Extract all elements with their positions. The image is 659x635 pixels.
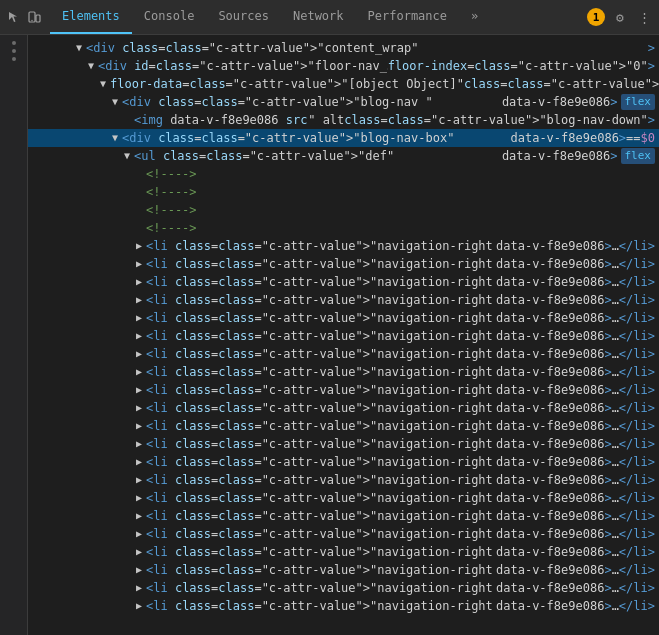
tree-line[interactable]: ▶<li class=class="c-attr-value">"navigat… — [28, 273, 659, 291]
tree-line[interactable]: ▼<div class=class="c-attr-value">"blog-n… — [28, 129, 659, 147]
indent-space — [76, 310, 88, 326]
html-panel[interactable]: ▼<div class=class="c-attr-value">"conten… — [28, 35, 659, 635]
tree-line[interactable]: ▶<li class=class="c-attr-value">"navigat… — [28, 507, 659, 525]
expand-triangle[interactable]: ▶ — [136, 418, 146, 434]
indent-space — [64, 112, 76, 128]
tab-elements[interactable]: Elements — [50, 0, 132, 34]
tree-line[interactable]: ▶<li class=class="c-attr-value">"navigat… — [28, 291, 659, 309]
expand-triangle[interactable]: ▼ — [124, 148, 134, 164]
expand-triangle[interactable]: ▶ — [136, 544, 146, 560]
tab-console[interactable]: Console — [132, 0, 207, 34]
tree-line[interactable]: ▼<div class=class="c-attr-value">"conten… — [28, 39, 659, 57]
gutter-dot — [12, 49, 16, 53]
tree-line[interactable]: ▶<li class=class="c-attr-value">"navigat… — [28, 363, 659, 381]
tree-line[interactable]: <!----> — [28, 165, 659, 183]
indent-space — [100, 418, 112, 434]
tree-line[interactable]: ▶<li class=class="c-attr-value">"navigat… — [28, 525, 659, 543]
tree-line[interactable]: <!----> — [28, 201, 659, 219]
expand-triangle[interactable]: ▶ — [136, 454, 146, 470]
indent-space — [100, 382, 112, 398]
indent-space — [40, 94, 52, 110]
indent-space — [88, 148, 100, 164]
tab-sources[interactable]: Sources — [206, 0, 281, 34]
expand-triangle[interactable]: ▶ — [136, 328, 146, 344]
indent-space — [64, 202, 76, 218]
tree-line[interactable]: ▶<li class=class="c-attr-value">"navigat… — [28, 345, 659, 363]
expand-triangle[interactable]: ▶ — [136, 256, 146, 272]
tree-line[interactable]: ▶<li class=class="c-attr-value">"navigat… — [28, 579, 659, 597]
indent-space — [28, 544, 40, 560]
expand-triangle[interactable]: ▶ — [136, 508, 146, 524]
expand-triangle[interactable]: ▶ — [136, 562, 146, 578]
expand-triangle[interactable]: ▶ — [136, 490, 146, 506]
expand-triangle[interactable]: ▶ — [136, 364, 146, 380]
indent-space — [88, 580, 100, 596]
indent-space — [124, 508, 136, 524]
indent-space — [64, 418, 76, 434]
indent-space — [40, 40, 52, 56]
indent-space — [76, 436, 88, 452]
expand-triangle[interactable]: ▶ — [136, 526, 146, 542]
tree-line[interactable]: ▶<li class=class="c-attr-value">"navigat… — [28, 435, 659, 453]
expand-triangle[interactable]: ▶ — [136, 310, 146, 326]
tree-line[interactable]: ▼<ul class=class="c-attr-value">"def" da… — [28, 147, 659, 165]
expand-triangle[interactable]: ▼ — [112, 130, 122, 146]
indent-space — [64, 526, 76, 542]
tree-line[interactable]: ▶<li class=class="c-attr-value">"navigat… — [28, 597, 659, 615]
tree-line[interactable]: <img data-v-f8e9e086 src=class="c-attr-v… — [28, 111, 659, 129]
indent-space — [76, 148, 88, 164]
tree-line[interactable]: ▶<li class=class="c-attr-value">"navigat… — [28, 255, 659, 273]
indent-space — [40, 382, 52, 398]
tree-line[interactable]: ▶<li class=class="c-attr-value">"navigat… — [28, 453, 659, 471]
tree-line[interactable]: ▶<li class=class="c-attr-value">"navigat… — [28, 237, 659, 255]
tree-line[interactable]: ▶<li class=class="c-attr-value">"navigat… — [28, 417, 659, 435]
indent-space — [52, 166, 64, 182]
tab-more[interactable]: » — [459, 0, 490, 34]
device-icon[interactable] — [26, 9, 42, 25]
expand-triangle[interactable]: ▼ — [112, 94, 122, 110]
expand-triangle[interactable]: ▶ — [136, 292, 146, 308]
indent-space — [64, 130, 76, 146]
indent-space — [124, 382, 136, 398]
expand-triangle[interactable]: ▶ — [136, 382, 146, 398]
tree-line[interactable]: ▼<div comp-data=class="c-attr-value">"[o… — [28, 75, 659, 93]
tree-line[interactable]: ▶<li class=class="c-attr-value">"navigat… — [28, 543, 659, 561]
indent-space — [52, 418, 64, 434]
indent-space — [124, 166, 136, 182]
tab-performance[interactable]: Performance — [356, 0, 459, 34]
expand-triangle[interactable]: ▶ — [136, 346, 146, 362]
expand-triangle[interactable]: ▶ — [136, 436, 146, 452]
indent-space — [88, 544, 100, 560]
line-content: <li class=class="c-attr-value">"navigati… — [146, 256, 496, 272]
tree-line[interactable]: ▶<li class=class="c-attr-value">"navigat… — [28, 327, 659, 345]
tree-line[interactable]: ▶<li class=class="c-attr-value">"navigat… — [28, 381, 659, 399]
tree-line[interactable]: <!----> — [28, 219, 659, 237]
tree-line[interactable]: ▶<li class=class="c-attr-value">"navigat… — [28, 561, 659, 579]
expand-triangle[interactable]: ▶ — [136, 238, 146, 254]
tree-line[interactable]: ▶<li class=class="c-attr-value">"navigat… — [28, 471, 659, 489]
cursor-icon[interactable] — [6, 9, 22, 25]
expand-triangle[interactable]: ▶ — [136, 274, 146, 290]
main-content: ▼<div class=class="c-attr-value">"conten… — [0, 35, 659, 635]
expand-triangle[interactable]: ▶ — [136, 472, 146, 488]
tree-line[interactable]: ▼<div class=class="c-attr-value">"blog-n… — [28, 93, 659, 111]
tree-line[interactable]: ▶<li class=class="c-attr-value">"navigat… — [28, 489, 659, 507]
indent-space — [88, 130, 100, 146]
expand-triangle[interactable]: ▼ — [76, 40, 86, 56]
more-options-icon[interactable]: ⋮ — [635, 8, 653, 26]
tree-line[interactable]: ▶<li class=class="c-attr-value">"navigat… — [28, 399, 659, 417]
expand-triangle[interactable]: ▶ — [136, 598, 146, 614]
indent-space — [52, 148, 64, 164]
expand-triangle[interactable]: ▼ — [88, 58, 98, 74]
indent-space — [76, 580, 88, 596]
expand-triangle[interactable]: ▼ — [100, 76, 110, 92]
settings-icon[interactable]: ⚙ — [611, 8, 629, 26]
tree-line[interactable]: <!----> — [28, 183, 659, 201]
tab-network[interactable]: Network — [281, 0, 356, 34]
expand-triangle[interactable]: ▶ — [136, 580, 146, 596]
indent-space — [88, 220, 100, 236]
indent-space — [100, 202, 112, 218]
tree-line[interactable]: ▼<div id=class="c-attr-value">"floor-nav… — [28, 57, 659, 75]
tree-line[interactable]: ▶<li class=class="c-attr-value">"navigat… — [28, 309, 659, 327]
expand-triangle[interactable]: ▶ — [136, 400, 146, 416]
